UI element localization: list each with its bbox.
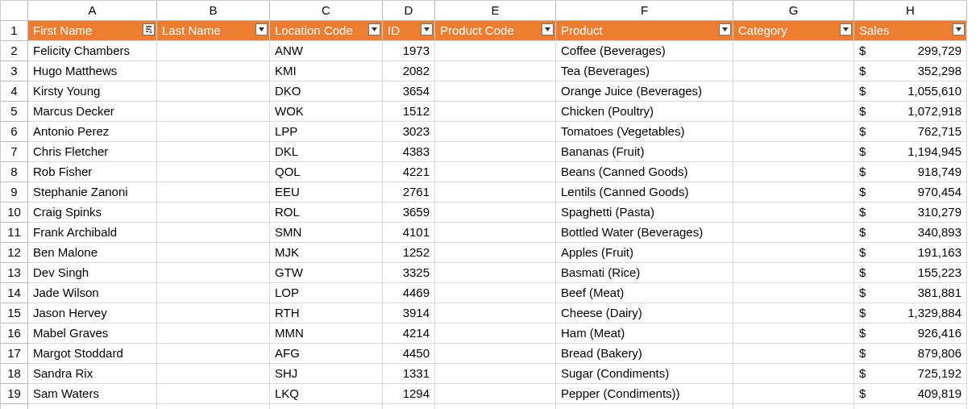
row-header-20[interactable]: 20	[1, 404, 28, 409]
cell-G18[interactable]	[733, 364, 854, 384]
cell-B20[interactable]	[157, 404, 270, 409]
cell-G8[interactable]	[733, 162, 854, 182]
cell-G3[interactable]	[733, 61, 854, 81]
cell-H3[interactable]: $352,298	[854, 61, 967, 81]
cell-H5[interactable]: $1,072,918	[854, 102, 967, 122]
sort-dropdown-icon[interactable]	[143, 23, 155, 35]
cell-D7[interactable]: 4383	[383, 142, 435, 162]
cell-G7[interactable]	[733, 142, 854, 162]
cell-F4[interactable]: Orange Juice (Beverages)	[556, 81, 733, 102]
cell-A4[interactable]: Kirsty Young	[28, 81, 157, 102]
cell-E20[interactable]	[435, 404, 556, 409]
cell-F11[interactable]: Bottled Water (Beverages)	[556, 223, 733, 243]
row-header-15[interactable]: 15	[1, 303, 28, 323]
cell-A8[interactable]: Rob Fisher	[28, 162, 157, 182]
cell-A10[interactable]: Craig Spinks	[28, 202, 157, 223]
cell-B7[interactable]	[157, 142, 270, 162]
cell-E13[interactable]	[435, 263, 556, 283]
cell-D19[interactable]: 1294	[383, 384, 435, 404]
cell-E12[interactable]	[435, 243, 556, 263]
column-header-B[interactable]: B	[157, 1, 270, 21]
cell-G17[interactable]	[733, 344, 854, 364]
cell-A13[interactable]: Dev Singh	[28, 263, 157, 283]
cell-D10[interactable]: 3659	[383, 202, 435, 223]
cell-F2[interactable]: Coffee (Beverages)	[556, 41, 733, 61]
cell-C15[interactable]: RTH	[270, 303, 383, 323]
cell-F18[interactable]: Sugar (Condiments)	[556, 364, 733, 384]
cell-D17[interactable]: 4450	[383, 344, 435, 364]
cell-B6[interactable]	[157, 122, 270, 142]
cell-A14[interactable]: Jade Wilson	[28, 283, 157, 303]
cell-F9[interactable]: Lentils (Canned Goods)	[556, 182, 733, 202]
cell-A6[interactable]: Antonio Perez	[28, 122, 157, 142]
cell-H7[interactable]: $1,194,945	[854, 142, 967, 162]
cell-G16[interactable]	[733, 323, 854, 344]
row-header-5[interactable]: 5	[1, 102, 28, 122]
cell-C8[interactable]: QOL	[270, 162, 383, 182]
cell-G20[interactable]	[733, 404, 854, 409]
cell-A7[interactable]: Chris Fletcher	[28, 142, 157, 162]
cell-H14[interactable]: $381,881	[854, 283, 967, 303]
column-header-D[interactable]: D	[383, 1, 435, 21]
cell-B15[interactable]	[157, 303, 270, 323]
cell-B14[interactable]	[157, 283, 270, 303]
table-header-F[interactable]: Product	[556, 21, 733, 41]
column-header-E[interactable]: E	[435, 1, 556, 21]
cell-D11[interactable]: 4101	[383, 223, 435, 243]
cell-F13[interactable]: Basmati (Rice)	[556, 263, 733, 283]
cell-B13[interactable]	[157, 263, 270, 283]
cell-E2[interactable]	[435, 41, 556, 61]
cell-G4[interactable]	[733, 81, 854, 102]
row-header-2[interactable]: 2	[1, 41, 28, 61]
cell-E10[interactable]	[435, 202, 556, 223]
row-header-17[interactable]: 17	[1, 344, 28, 364]
table-header-E[interactable]: Product Code	[435, 21, 556, 41]
cell-H17[interactable]: $879,806	[854, 344, 967, 364]
cell-A5[interactable]: Marcus Decker	[28, 102, 157, 122]
cell-E9[interactable]	[435, 182, 556, 202]
cell-D5[interactable]: 1512	[383, 102, 435, 122]
cell-F20[interactable]: Salt (Condiments)	[556, 404, 733, 409]
cell-H8[interactable]: $918,749	[854, 162, 967, 182]
cell-A16[interactable]: Mabel Graves	[28, 323, 157, 344]
cell-B18[interactable]	[157, 364, 270, 384]
cell-C9[interactable]: EEU	[270, 182, 383, 202]
row-header-6[interactable]: 6	[1, 122, 28, 142]
cell-C5[interactable]: WOK	[270, 102, 383, 122]
cell-E7[interactable]	[435, 142, 556, 162]
cell-D15[interactable]: 3914	[383, 303, 435, 323]
row-header-19[interactable]: 19	[1, 384, 28, 404]
cell-C4[interactable]: DKO	[270, 81, 383, 102]
row-header-8[interactable]: 8	[1, 162, 28, 182]
cell-G13[interactable]	[733, 263, 854, 283]
cell-F19[interactable]: Pepper (Condiments))	[556, 384, 733, 404]
row-header-4[interactable]: 4	[1, 81, 28, 102]
cell-G5[interactable]	[733, 102, 854, 122]
row-header-12[interactable]: 12	[1, 243, 28, 263]
cell-C2[interactable]: ANW	[270, 41, 383, 61]
cell-D13[interactable]: 3325	[383, 263, 435, 283]
cell-B12[interactable]	[157, 243, 270, 263]
row-header-11[interactable]: 11	[1, 223, 28, 243]
cell-B10[interactable]	[157, 202, 270, 223]
cell-C13[interactable]: GTW	[270, 263, 383, 283]
cell-A18[interactable]: Sandra Rix	[28, 364, 157, 384]
cell-B4[interactable]	[157, 81, 270, 102]
cell-D9[interactable]: 2761	[383, 182, 435, 202]
row-header-14[interactable]: 14	[1, 283, 28, 303]
filter-dropdown-icon[interactable]	[255, 23, 268, 35]
cell-C20[interactable]: JMN	[270, 404, 383, 409]
cell-H15[interactable]: $1,329,884	[854, 303, 967, 323]
cell-A11[interactable]: Frank Archibald	[28, 223, 157, 243]
cell-E4[interactable]	[435, 81, 556, 102]
cell-B9[interactable]	[157, 182, 270, 202]
cell-H12[interactable]: $191,163	[854, 243, 967, 263]
cell-C14[interactable]: LOP	[270, 283, 383, 303]
column-header-G[interactable]: G	[733, 1, 854, 21]
cell-H10[interactable]: $310,279	[854, 202, 967, 223]
cell-B5[interactable]	[157, 102, 270, 122]
cell-A15[interactable]: Jason Hervey	[28, 303, 157, 323]
cell-G6[interactable]	[733, 122, 854, 142]
cell-C11[interactable]: SMN	[270, 223, 383, 243]
filter-dropdown-icon[interactable]	[368, 23, 380, 35]
